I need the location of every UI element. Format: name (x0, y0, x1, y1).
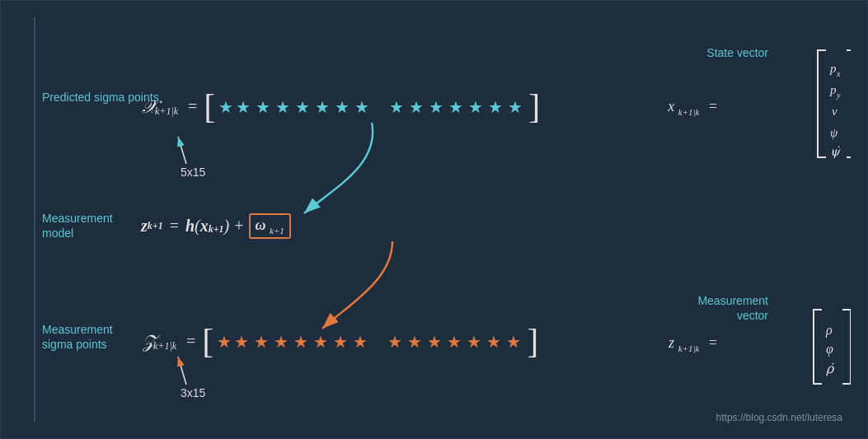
svg-text:ψ̇: ψ̇ (830, 145, 841, 159)
svg-text:ψ: ψ (830, 126, 838, 139)
row3-formula: 𝒵 k+1|k = [ ★ ★ ★ ★ ★ ★ ★ ★ ★ ★ ★ ★ ★ ★ … (141, 326, 538, 357)
star-orange-1: ★ (217, 332, 232, 352)
watermark: https://blog.csdn.net/luteresa (716, 412, 842, 423)
dim-label-3x15: 3x15 (181, 386, 205, 399)
row2-formula: z k+1 = h ( x k+1 ) + ω k+1 (141, 213, 291, 239)
star-cyan-1: ★ (218, 97, 233, 117)
svg-line-14 (178, 357, 186, 385)
left-border (34, 17, 35, 422)
svg-text:p: p (829, 83, 837, 96)
measurement-vector-label: Measurementvector (697, 293, 768, 323)
svg-text:φ: φ (826, 342, 833, 357)
main-container: Predicted sigma points Measurementmodel … (0, 0, 868, 439)
svg-text:ρ̇: ρ̇ (826, 362, 835, 376)
label-measurement-model: Measurementmodel (42, 211, 113, 241)
svg-text:ρ: ρ (825, 323, 833, 338)
dim-label-5x15: 5x15 (181, 166, 205, 179)
measurement-vector-matrix: ρ φ ρ̇ (801, 306, 851, 388)
svg-line-13 (178, 137, 186, 164)
label-measurement-sigma: Measurementsigma points (42, 322, 113, 352)
svg-text:y: y (836, 91, 841, 100)
state-vector-matrix: p x p y v ψ ψ̇ (801, 46, 851, 161)
svg-text:p: p (829, 62, 837, 75)
omega-box: ω k+1 (249, 213, 291, 239)
row1-formula: 𝒳 k+1|k = [ ★ ★ ★ ★ ★ ★ ★ ★ ★ ★ ★ ★ ★ ★ … (141, 91, 540, 123)
right-eq-2: z k+1|k = (669, 334, 723, 353)
svg-text:x: x (836, 69, 841, 78)
arrows-overlay (1, 1, 867, 438)
right-eq-1: x k+1|k = (668, 98, 723, 117)
svg-text:v: v (832, 105, 838, 118)
state-vector-label: State vector (706, 46, 768, 59)
